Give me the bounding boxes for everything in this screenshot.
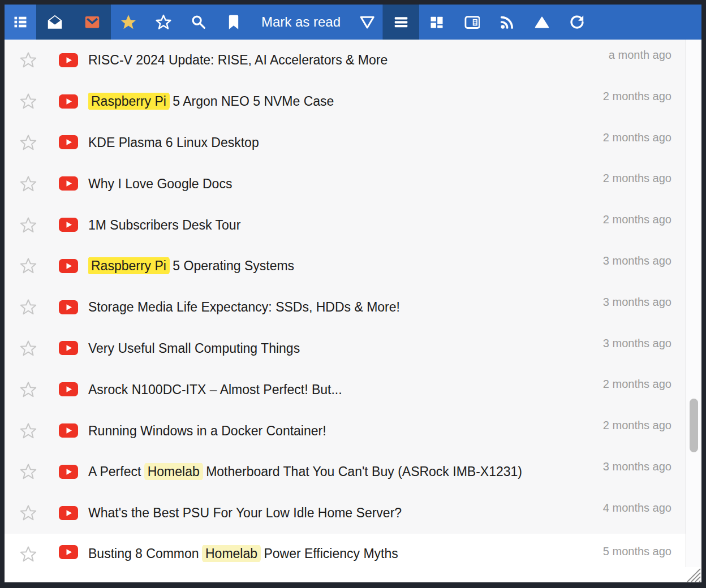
search-highlight: Raspberry Pi bbox=[88, 93, 170, 110]
starred-filter-icon bbox=[120, 14, 137, 31]
article-time: 2 months ago bbox=[603, 378, 671, 391]
search-icon bbox=[191, 14, 206, 30]
refresh-button[interactable] bbox=[559, 5, 595, 40]
rss-icon bbox=[499, 14, 515, 30]
search-button[interactable] bbox=[181, 5, 216, 40]
read-envelope-icon bbox=[47, 14, 63, 30]
read-filter-group bbox=[36, 5, 111, 40]
article-time: 5 months ago bbox=[603, 545, 671, 558]
list-layout-icon bbox=[393, 14, 410, 31]
title-text: KDE Plasma 6 Linux Desktop bbox=[88, 135, 259, 150]
article-title: Running Windows in a Docker Container! bbox=[88, 422, 595, 439]
article-row[interactable]: KDE Plasma 6 Linux Desktop 2 months ago bbox=[5, 122, 686, 163]
star-toggle-icon[interactable] bbox=[19, 298, 37, 316]
starred-filter-button[interactable] bbox=[111, 5, 146, 40]
star-toggle-icon[interactable] bbox=[19, 51, 37, 69]
rss-button[interactable] bbox=[489, 5, 524, 40]
unstarred-filter-icon bbox=[155, 14, 172, 31]
title-text: Power Efficiency Myths bbox=[260, 546, 398, 561]
title-text: Asrock N100DC-ITX – Almost Perfect! But.… bbox=[88, 382, 342, 397]
star-toggle-icon[interactable] bbox=[19, 175, 37, 193]
scroll-top-button[interactable] bbox=[524, 5, 559, 40]
article-time: 3 months ago bbox=[603, 254, 671, 267]
card-layout-button[interactable] bbox=[454, 5, 489, 40]
article-row[interactable]: Raspberry Pi 5 Operating Systems 3 month… bbox=[5, 245, 686, 287]
article-title: Raspberry Pi 5 Argon NEO 5 NVMe Case bbox=[88, 93, 595, 110]
article-time: a month ago bbox=[609, 49, 671, 62]
youtube-icon bbox=[59, 53, 78, 67]
article-time: 2 months ago bbox=[603, 419, 671, 432]
youtube-icon bbox=[59, 176, 78, 191]
article-row[interactable]: A Perfect Homelab Motherboard That You C… bbox=[5, 451, 686, 492]
title-text: Running Windows in a Docker Container! bbox=[88, 423, 326, 438]
bookmark-icon bbox=[226, 14, 242, 30]
mark-as-read-button[interactable]: Mark as read bbox=[251, 5, 351, 40]
youtube-icon bbox=[59, 300, 78, 314]
article-row[interactable]: Asrock N100DC-ITX – Almost Perfect! But.… bbox=[5, 369, 686, 410]
star-toggle-icon[interactable] bbox=[19, 133, 37, 152]
star-toggle-icon[interactable] bbox=[19, 422, 37, 440]
content-area: RISC-V 2024 Update: RISE, AI Accelerator… bbox=[5, 40, 701, 582]
article-row[interactable]: Very Useful Small Computing Things 3 mon… bbox=[5, 328, 686, 369]
search-highlight: Raspberry Pi bbox=[88, 257, 170, 274]
star-toggle-icon[interactable] bbox=[19, 257, 37, 275]
star-toggle-icon[interactable] bbox=[19, 462, 37, 481]
article-row[interactable]: Storage Media Life Expectancy: SSDs, HDD… bbox=[5, 287, 686, 328]
unread-filter-button[interactable] bbox=[74, 5, 111, 40]
search-highlight: Homelab bbox=[144, 463, 203, 480]
read-filter-button[interactable] bbox=[36, 5, 74, 40]
resize-grip[interactable] bbox=[686, 567, 701, 582]
article-title: Storage Media Life Expectancy: SSDs, HDD… bbox=[88, 299, 595, 315]
grid-layout-button[interactable] bbox=[419, 5, 454, 40]
article-row[interactable]: Running Windows in a Docker Container! 2… bbox=[5, 410, 686, 451]
article-row[interactable]: Busting 8 Common Homelab Power Efficienc… bbox=[5, 534, 686, 582]
card-layout-icon bbox=[464, 14, 480, 30]
list-layout-button[interactable] bbox=[383, 5, 419, 40]
youtube-icon bbox=[59, 506, 78, 520]
article-time: 2 months ago bbox=[603, 131, 671, 144]
article-time: 3 months ago bbox=[603, 337, 671, 350]
scrollbar-track[interactable] bbox=[686, 40, 701, 582]
toolbar: Mark as read bbox=[5, 5, 701, 40]
title-text: RISC-V 2024 Update: RISE, AI Accelerator… bbox=[88, 53, 388, 67]
article-time: 2 months ago bbox=[603, 213, 671, 226]
article-time: 4 months ago bbox=[603, 501, 671, 514]
article-row[interactable]: Raspberry Pi 5 Argon NEO 5 NVMe Case 2 m… bbox=[5, 81, 686, 122]
youtube-icon bbox=[59, 259, 78, 273]
filter-funnel-icon bbox=[359, 14, 374, 30]
article-row[interactable]: RISC-V 2024 Update: RISE, AI Accelerator… bbox=[5, 40, 686, 81]
youtube-icon bbox=[59, 94, 78, 109]
article-list: RISC-V 2024 Update: RISE, AI Accelerator… bbox=[5, 40, 686, 582]
resize-grip-icon bbox=[686, 567, 701, 582]
article-title: Raspberry Pi 5 Operating Systems bbox=[88, 257, 595, 274]
star-toggle-icon[interactable] bbox=[19, 381, 37, 399]
scrollbar-thumb[interactable] bbox=[690, 399, 698, 452]
unstarred-filter-button[interactable] bbox=[146, 5, 181, 40]
youtube-icon bbox=[59, 382, 78, 396]
title-text: Very Useful Small Computing Things bbox=[88, 341, 300, 356]
star-toggle-icon[interactable] bbox=[19, 504, 37, 522]
article-title: 1M Subscribers Desk Tour bbox=[88, 217, 595, 234]
star-toggle-icon[interactable] bbox=[19, 92, 37, 110]
youtube-icon bbox=[59, 465, 78, 479]
title-text: Storage Media Life Expectancy: SSDs, HDD… bbox=[88, 300, 400, 314]
article-row[interactable]: Why I Love Google Docs 2 months ago bbox=[5, 163, 686, 204]
article-row[interactable]: 1M Subscribers Desk Tour 2 months ago bbox=[5, 204, 686, 245]
list-view-button[interactable] bbox=[5, 5, 36, 40]
unread-envelope-icon bbox=[84, 14, 100, 30]
title-text: 5 Argon NEO 5 NVMe Case bbox=[169, 94, 334, 109]
article-title: A Perfect Homelab Motherboard That You C… bbox=[88, 463, 595, 480]
article-row[interactable]: What's the Best PSU For Your Low Idle Ho… bbox=[5, 492, 686, 534]
scroll-top-icon bbox=[534, 14, 550, 30]
youtube-icon bbox=[59, 423, 78, 438]
star-toggle-icon[interactable] bbox=[19, 545, 37, 563]
filter-button[interactable] bbox=[351, 5, 382, 40]
star-toggle-icon[interactable] bbox=[19, 216, 37, 234]
article-title: Why I Love Google Docs bbox=[88, 175, 595, 192]
title-text: Motherboard That You Can't Buy (ASRock I… bbox=[203, 464, 522, 479]
bookmark-button[interactable] bbox=[216, 5, 251, 40]
article-title: RISC-V 2024 Update: RISE, AI Accelerator… bbox=[88, 51, 601, 68]
star-toggle-icon[interactable] bbox=[19, 339, 37, 357]
youtube-icon bbox=[59, 218, 78, 232]
toolbar-spacer bbox=[595, 5, 701, 40]
